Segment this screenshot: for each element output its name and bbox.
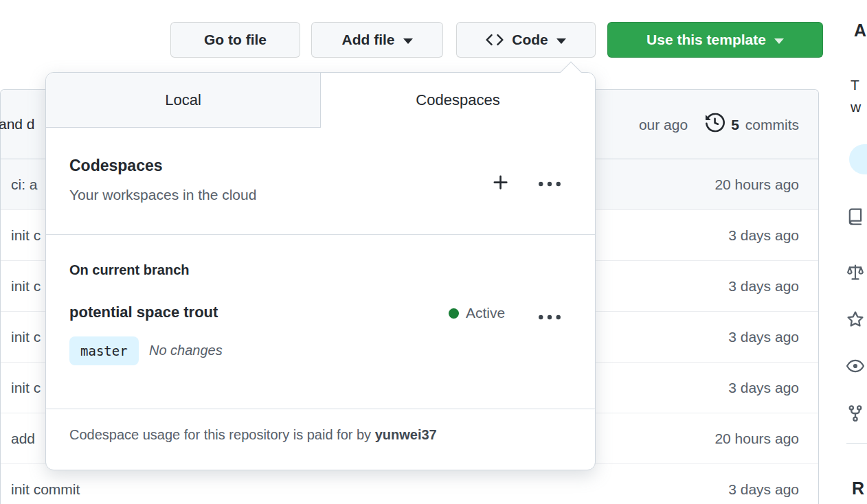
codespace-usage-footer: Codespace usage for this repository is p… [69, 427, 437, 443]
codespace-status: Active [449, 305, 505, 321]
fork-icon[interactable] [846, 404, 864, 422]
code-brackets-icon [486, 31, 504, 49]
codespaces-options-kebab-button[interactable] [538, 175, 561, 193]
code-label: Code [512, 32, 548, 48]
codespaces-title: Codespaces [69, 157, 163, 175]
go-to-file-button[interactable]: Go to file [170, 22, 300, 58]
code-button[interactable]: Code [456, 22, 596, 58]
new-codespace-plus-button[interactable] [491, 173, 510, 192]
branch-badge: master [69, 336, 139, 365]
readme-book-icon[interactable] [846, 208, 864, 226]
status-label: Active [466, 305, 505, 321]
on-current-branch-heading: On current branch [69, 262, 189, 278]
about-description-fragment: w [851, 99, 861, 115]
topic-tag-fragment[interactable] [849, 144, 867, 174]
active-status-dot-icon [449, 308, 459, 319]
add-file-label: Add file [342, 32, 395, 48]
chevron-down-icon [774, 38, 784, 44]
tab-codespaces[interactable]: Codespaces [321, 73, 595, 128]
file-updated-time: 20 hours ago [714, 431, 799, 447]
popover-tabs: Local Codespaces [46, 73, 595, 128]
watchers-eye-icon[interactable] [846, 357, 864, 375]
usage-owner: yunwei37 [375, 427, 437, 442]
about-description-fragment: T [851, 77, 859, 93]
commits-label: commits [745, 116, 799, 133]
codespaces-subtitle: Your workspaces in the cloud [69, 187, 256, 203]
code-dropdown-panel: Local Codespaces Codespaces Your workspa… [45, 72, 596, 470]
commits-count: 5 [731, 116, 739, 133]
file-updated-time: 3 days ago [728, 380, 799, 396]
file-name[interactable]: init c [11, 227, 41, 244]
file-name[interactable]: init c [11, 278, 41, 295]
codespace-options-kebab-button[interactable] [538, 308, 561, 326]
file-name[interactable]: init c [11, 329, 41, 345]
use-template-label: Use this template [646, 32, 766, 48]
file-name[interactable]: ci: a [11, 176, 38, 193]
sidebar-divider [846, 443, 867, 444]
about-heading-fragment: A [854, 21, 866, 41]
file-name[interactable]: init c [11, 380, 41, 396]
commits-history-link[interactable]: 5 commits [706, 113, 799, 136]
file-name[interactable]: init commit [11, 481, 80, 498]
file-updated-time: 3 days ago [728, 481, 799, 498]
chevron-down-icon [403, 38, 413, 44]
license-law-icon[interactable] [846, 264, 864, 282]
changes-status-label: No changes [149, 343, 223, 358]
add-file-button[interactable]: Add file [311, 22, 443, 58]
commit-time-fragment: our ago [639, 116, 688, 133]
commit-message-fragment[interactable]: and d [0, 116, 35, 133]
star-icon[interactable] [846, 310, 864, 328]
tab-local[interactable]: Local [46, 73, 321, 128]
file-updated-time: 20 hours ago [714, 176, 799, 193]
codespace-name-link[interactable]: potential space trout [69, 303, 218, 321]
tab-local-label: Local [165, 91, 201, 109]
popover-divider [46, 409, 595, 409]
popover-divider [46, 234, 595, 235]
file-name[interactable]: add [11, 431, 35, 447]
go-to-file-label: Go to file [204, 32, 267, 48]
usage-text: Codespace usage for this repository is p… [69, 427, 375, 442]
file-updated-time: 3 days ago [728, 329, 799, 345]
releases-heading-fragment: R [852, 479, 864, 499]
tab-codespaces-label: Codespaces [416, 91, 499, 109]
use-this-template-button[interactable]: Use this template [607, 22, 823, 58]
history-clock-icon [706, 113, 725, 136]
file-updated-time: 3 days ago [728, 278, 799, 295]
file-updated-time: 3 days ago [728, 227, 799, 244]
chevron-down-icon [556, 38, 566, 44]
